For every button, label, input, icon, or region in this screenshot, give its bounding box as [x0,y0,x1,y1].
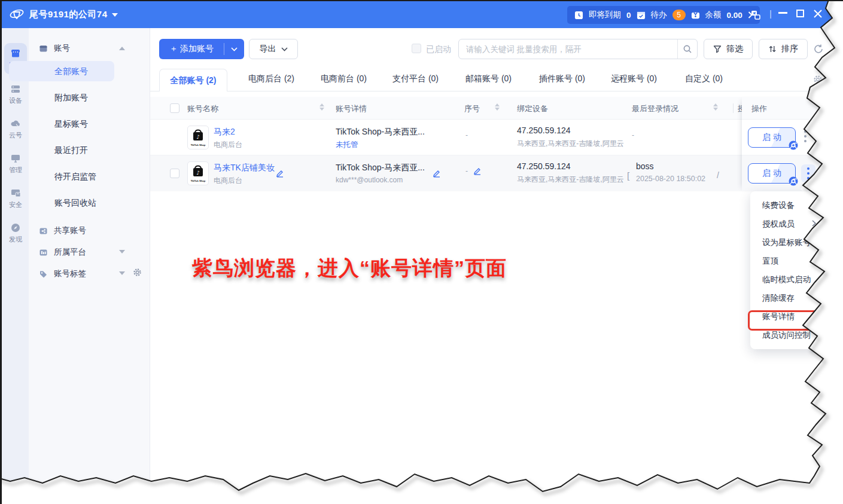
hosting-status-link[interactable]: 未托管 [336,140,358,150]
sidebar-item-shared-accounts[interactable]: 共享账号 [39,225,86,236]
started-label: 已启动 [426,44,451,55]
row-more-menu[interactable] [804,130,807,142]
balance-icon [691,11,700,20]
chevron-down-icon [281,47,288,51]
last-login-time: 2025-08-20 18:50:02 [636,175,705,183]
chevron-right-icon [812,220,816,227]
sidebar-item-all-accounts[interactable]: 全部账号 [2,61,150,81]
col-header-serial[interactable]: 序号 [464,103,480,114]
menu-item-pin-top[interactable]: 置顶 [750,252,824,270]
menu-item-renew-device[interactable]: 续费设备 [750,196,824,215]
add-account-button[interactable]: ＋ 添加账号 [159,39,244,59]
sidebar-group-accounts[interactable]: 账号 [39,43,70,54]
edit-pencil-icon[interactable] [276,169,284,178]
close-button[interactable] [813,9,823,19]
todo-badge: 5 [672,10,686,20]
add-account-dropdown[interactable] [224,47,244,51]
menu-item-clear-cache[interactable]: 清除缓存 [750,289,824,307]
menu-item-set-starred[interactable]: 设为星标账号 [750,233,824,252]
sidebar-item-platforms[interactable]: 所属平台 [39,247,86,258]
sidebar-item-label: 待开启监管 [54,172,96,181]
maximize-button[interactable] [796,10,804,17]
tab-all-accounts[interactable]: 全部账号 (2) [159,69,227,91]
search-submit[interactable] [677,39,697,59]
last-login-value: - [632,131,634,139]
menu-item-temp-mode-start[interactable]: 临时模式启动 [750,270,824,289]
tab-settings-gear-icon[interactable] [813,75,823,84]
collapse-caret-icon[interactable] [119,47,125,50]
row-checkbox[interactable] [170,169,179,178]
account-type: 电商后台 [214,140,242,150]
edit-pencil-icon[interactable] [473,167,482,175]
company-selector[interactable]: 尾号9191的公司74 [29,9,118,20]
switch-display-icon[interactable] [750,10,761,20]
platform-grid-icon [39,248,48,257]
svg-text:TikTok Shop: TikTok Shop [191,179,206,182]
table-row[interactable] [150,120,843,155]
sidebar-item-label: 附加账号 [54,93,88,102]
tab-label: 全部账号 (2) [171,75,217,86]
sidebar-item-account-tags[interactable]: 账号标签 [39,268,86,279]
sidebar-group-title: 账号 [54,43,70,54]
start-label: 启 动 [762,168,781,179]
status-pill[interactable]: 即将到期 0 待办 5 余额 0.00 [567,6,760,24]
tabs-underline [150,91,843,91]
rail-item-discover[interactable]: 发现 [4,218,27,249]
expiring-label: 即将到期 [589,10,621,20]
gear-icon[interactable] [133,268,142,277]
account-email: kdw***@outlook.com [336,176,403,184]
menu-item-authorize-members[interactable]: 授权成员 [750,215,824,233]
account-name-link[interactable]: 马来TK店铺美妆 [214,163,275,173]
sort-caret-icon[interactable] [713,103,718,111]
sidebar-item-recently-opened[interactable]: 最近打开 [2,140,150,160]
col-header-name[interactable]: 账号名称 [187,103,218,114]
select-all-checkbox[interactable] [170,103,179,113]
search-input[interactable] [459,39,677,59]
chrome-browser-icon [789,140,798,150]
row-more-menu-active[interactable] [801,164,815,182]
started-checkbox[interactable] [412,44,421,53]
balance-value: 0.00 [727,11,742,20]
serial-value: - [465,167,468,175]
sidebar-item-starred-accounts[interactable]: 星标账号 [2,114,150,134]
todo-icon [637,11,646,20]
chevron-down-icon[interactable] [119,250,125,253]
sidebar-item-label: 星标账号 [54,119,88,129]
tab-remote-accounts[interactable]: 远程账号 (0) [611,74,657,84]
sort-caret-icon[interactable] [495,103,500,111]
export-button[interactable]: 导出 [249,39,298,59]
sort-button[interactable]: 排序 [759,39,808,59]
tab-custom[interactable]: 自定义 (0) [685,74,723,84]
refresh-icon[interactable] [812,43,824,55]
search-box [458,39,698,59]
minimize-button[interactable] [778,12,787,14]
table-row[interactable] [150,155,843,191]
storefront-icon [10,48,21,59]
start-button[interactable]: 启 动 [748,163,796,184]
sidebar-item-additional-accounts[interactable]: 附加账号 [2,87,150,108]
annotation-text: 紫鸟浏览器，进入“账号详情”页面 [192,255,507,282]
edit-pencil-icon[interactable] [433,169,441,178]
sort-caret-icon[interactable] [319,103,324,111]
sidebar-item-pending-supervision[interactable]: 待开启监管 [2,166,150,187]
col-header-device: 绑定设备 [517,103,548,114]
red-highlight-box [748,310,824,331]
sidebar-item-label: 共享账号 [54,225,86,236]
account-name-link[interactable]: 马来2 [214,127,235,138]
filter-button[interactable]: 筛选 [704,39,753,59]
col-header-last-login[interactable]: 最后登录情况 [632,103,678,114]
app-window: 尾号9191的公司74 即将到期 0 待办 5 余额 0.00 | 账号 [0,0,843,504]
sidebar-item-recycle-bin[interactable]: 账号回收站 [2,193,150,213]
tab-plugin-accounts[interactable]: 插件账号 (0) [539,74,585,84]
tab-ecom-backend[interactable]: 电商后台 (2) [248,74,294,84]
column-divider [733,103,734,113]
svg-text:TikTok Shop: TikTok Shop [191,143,206,146]
share-card-icon [39,227,48,236]
sidebar-item-label: 账号标签 [54,268,86,279]
tab-email-accounts[interactable]: 邮箱账号 (0) [465,74,512,84]
tab-ecom-frontend[interactable]: 电商前台 (0) [321,74,367,84]
account-type: 电商后台 [214,176,242,186]
start-button[interactable]: 启 动 [748,127,796,148]
chevron-down-icon[interactable] [119,271,125,275]
tab-payment-platform[interactable]: 支付平台 (0) [392,74,439,84]
